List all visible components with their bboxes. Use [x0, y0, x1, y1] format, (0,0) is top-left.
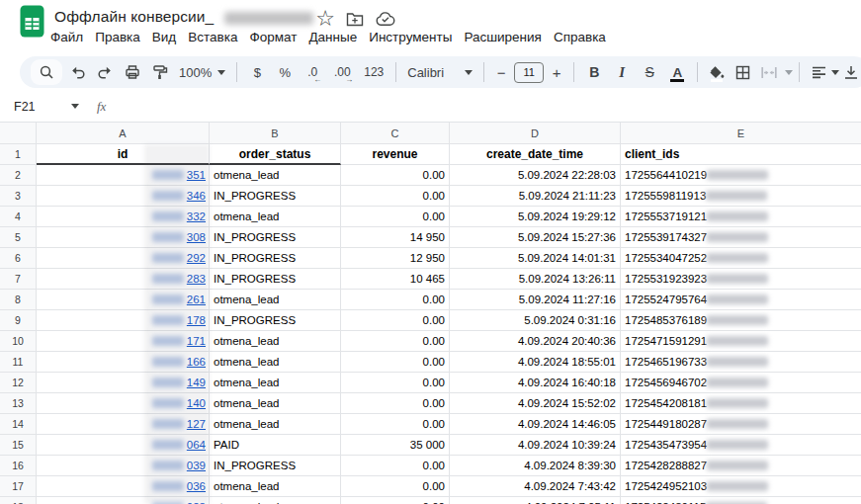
id-link[interactable]: 171 — [187, 331, 206, 351]
column-header-D[interactable]: D — [450, 123, 621, 144]
cell-order-status[interactable]: otmena_lead — [210, 373, 341, 393]
row-number[interactable]: 10 — [0, 331, 37, 352]
cell-create-date-time[interactable]: 5.09.2024 22:28:03 — [450, 165, 621, 186]
cell-client-ids[interactable]: 1725435473954 — [621, 435, 861, 456]
menu-2[interactable]: Вид — [146, 28, 182, 46]
id-link[interactable]: 261 — [187, 290, 206, 309]
borders-button[interactable] — [731, 59, 754, 85]
cell-id[interactable]: 166 — [37, 352, 210, 373]
undo-icon[interactable] — [64, 59, 90, 85]
zoom-select[interactable]: 100% — [175, 59, 229, 85]
column-header-C[interactable]: C — [341, 123, 450, 144]
menu-0[interactable]: Файл — [44, 28, 89, 46]
row-number[interactable]: 16 — [0, 456, 37, 476]
cell-client-ids[interactable]: 1725422480115 — [621, 497, 861, 504]
column-header-A[interactable]: A — [37, 123, 210, 144]
format-percent-button[interactable]: % — [272, 59, 298, 85]
cell-create-date-time[interactable]: 5.09.2024 11:27:16 — [450, 290, 621, 310]
cell-create-date-time[interactable]: 4.09.2024 10:39:24 — [450, 435, 621, 456]
cell-client-ids[interactable]: 1725524795764 — [621, 290, 861, 310]
cell-client-ids[interactable]: 1725539174327 — [621, 227, 861, 248]
row-number[interactable]: 7 — [0, 269, 37, 290]
more-formats-button[interactable]: 123 — [359, 59, 388, 85]
cell-client-ids[interactable]: 1725456946702 — [621, 373, 861, 393]
menu-7[interactable]: Расширения — [458, 28, 548, 46]
cell-id[interactable]: 127 — [37, 414, 210, 435]
cell-order-status[interactable]: IN_PROGRESS — [210, 310, 341, 331]
cell-order-status[interactable]: otmena_lead — [210, 414, 341, 435]
cell-client-ids[interactable]: 1725559811913 — [621, 186, 861, 207]
cell-revenue[interactable]: 35 000 — [341, 435, 450, 456]
cell-revenue[interactable]: 0.00 — [341, 290, 450, 310]
cell-order-status[interactable]: IN_PROGRESS — [210, 248, 341, 269]
id-link[interactable]: 346 — [187, 186, 206, 206]
cell-order-status[interactable]: otmena_lead — [210, 207, 341, 227]
id-link[interactable]: 039 — [187, 456, 206, 475]
menu-8[interactable]: Справка — [548, 28, 612, 46]
name-box[interactable]: F21 — [14, 100, 71, 114]
menu-6[interactable]: Инструменты — [363, 28, 458, 46]
font-size-input[interactable]: 11 — [514, 62, 544, 83]
cell-client-ids[interactable]: 1725449180287 — [621, 414, 861, 435]
cell-order-status[interactable]: otmena_lead — [210, 290, 341, 310]
id-link[interactable]: 149 — [187, 373, 206, 392]
row-number[interactable]: 17 — [0, 476, 37, 497]
fill-color-button[interactable] — [705, 59, 729, 85]
cell-id[interactable]: 346 — [37, 186, 210, 207]
id-link[interactable]: 308 — [187, 227, 206, 247]
id-link[interactable]: 178 — [187, 310, 206, 330]
cell-revenue[interactable]: 14 950 — [341, 227, 450, 248]
cloud-status-icon[interactable] — [376, 12, 395, 27]
menu-5[interactable]: Данные — [302, 28, 363, 46]
cell-create-date-time[interactable]: 4.09.2024 14:46:05 — [450, 414, 621, 435]
cell-id[interactable]: 178 — [37, 310, 210, 331]
cell-client-ids[interactable]: 1725553719121 — [621, 207, 861, 227]
move-folder-icon[interactable] — [346, 12, 366, 27]
cell-client-ids[interactable]: 1725534047252 — [621, 248, 861, 269]
cell-create-date-time[interactable]: 4.09.2024 15:52:02 — [450, 393, 621, 414]
cell-revenue[interactable]: 0.00 — [341, 393, 450, 414]
row-number[interactable]: 18 — [0, 497, 37, 504]
cell-revenue[interactable]: 0.00 — [341, 331, 450, 352]
merge-cells-button[interactable] — [757, 59, 781, 85]
cell-order-status[interactable]: otmena_lead — [210, 352, 341, 373]
id-link[interactable]: 140 — [187, 393, 206, 413]
cell-id[interactable]: 149 — [37, 373, 210, 393]
cell-id[interactable]: 036 — [37, 476, 210, 497]
column-header-E[interactable]: E — [621, 123, 861, 144]
row-number[interactable]: 14 — [0, 414, 37, 435]
menu-3[interactable]: Вставка — [182, 28, 243, 46]
cell-client-ids[interactable]: 1725471591291 — [621, 331, 861, 352]
cell-order-status[interactable]: otmena_lead — [210, 476, 341, 497]
menu-1[interactable]: Правка — [89, 28, 146, 46]
cell-order-status[interactable]: IN_PROGRESS — [210, 269, 341, 290]
cell-revenue[interactable]: 0.00 — [341, 165, 450, 186]
id-link[interactable]: 036 — [187, 476, 206, 496]
column-header-B[interactable]: B — [210, 123, 341, 144]
cell-create-date-time[interactable]: 5.09.2024 21:11:23 — [450, 186, 621, 207]
cell-create-date-time[interactable]: 4.09.2024 16:40:18 — [450, 373, 621, 393]
cell-order-status[interactable]: IN_PROGRESS — [210, 186, 341, 207]
header-cell-id[interactable]: id — [37, 144, 210, 165]
row-number[interactable]: 2 — [0, 165, 37, 186]
cell-revenue[interactable]: 0.00 — [341, 186, 450, 207]
cell-create-date-time[interactable]: 4.09.2024 8:39:30 — [450, 456, 621, 476]
increase-font-size-button[interactable]: + — [547, 59, 566, 85]
search-icon[interactable] — [31, 59, 62, 85]
cell-create-date-time[interactable]: 5.09.2024 15:27:36 — [450, 227, 621, 248]
row-number[interactable]: 11 — [0, 352, 37, 373]
id-link[interactable]: 283 — [187, 269, 206, 289]
id-link[interactable]: 028 — [187, 497, 206, 504]
format-currency-button[interactable]: $ — [244, 59, 270, 85]
sheets-logo[interactable] — [20, 5, 44, 38]
bold-button[interactable]: B — [581, 59, 607, 85]
cell-client-ids[interactable]: 1725485376189 — [621, 310, 861, 331]
header-cell-order-status[interactable]: order_status — [210, 144, 341, 165]
cell-id[interactable]: 332 — [37, 207, 210, 227]
horizontal-align-button[interactable] — [807, 59, 830, 85]
cell-revenue[interactable]: 0.00 — [341, 456, 450, 476]
cell-revenue[interactable]: 0.00 — [341, 476, 450, 497]
decrease-font-size-button[interactable]: − — [491, 59, 511, 85]
cell-order-status[interactable]: otmena_lead — [210, 165, 341, 186]
italic-button[interactable]: I — [609, 59, 635, 85]
